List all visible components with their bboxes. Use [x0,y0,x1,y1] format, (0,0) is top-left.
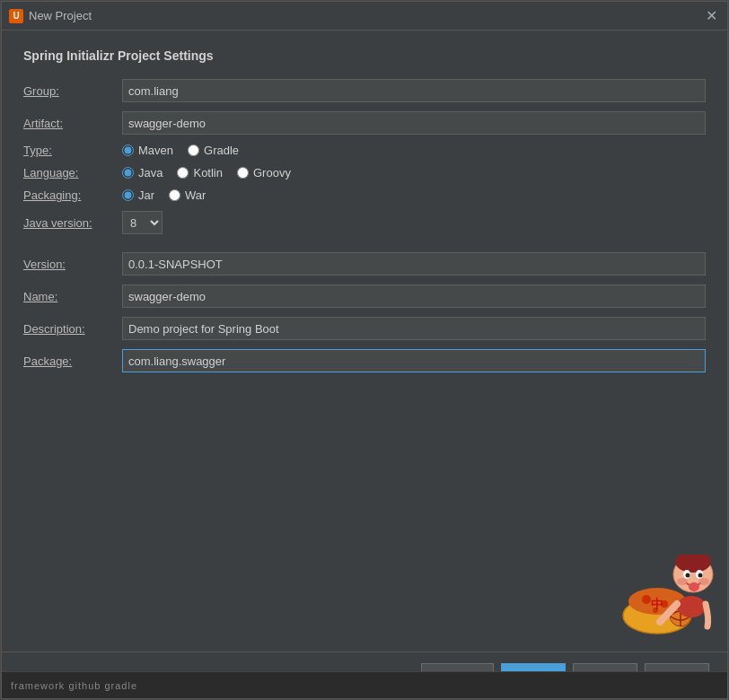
type-maven-label: Maven [138,144,173,157]
close-button[interactable]: ✕ [702,7,720,25]
package-input[interactable] [122,349,706,372]
section-title: Spring Initializr Project Settings [23,48,706,63]
group-row: Group: [23,79,706,102]
language-groovy-option[interactable]: Groovy [237,166,291,179]
svg-point-13 [698,573,703,578]
java-version-row: Java version: 8 11 17 [23,211,706,234]
artifact-label: Artifact: [23,117,122,130]
svg-point-12 [686,573,690,578]
svg-text:中: 中 [651,597,663,611]
description-label: Description: [23,322,122,336]
type-gradle-option[interactable]: Gradle [188,144,239,157]
packaging-war-label: War [185,188,206,202]
svg-point-16 [698,578,709,585]
packaging-radio-group: Jar War [122,188,706,202]
java-version-select[interactable]: 8 11 17 [122,211,162,234]
title-bar-left: U New Project [9,9,92,23]
mascot-svg: 中 [619,555,718,635]
description-row: Description: [23,317,706,340]
artifact-row: Artifact: [23,111,706,135]
artifact-input[interactable] [122,111,706,135]
packaging-jar-option[interactable]: Jar [122,188,154,202]
language-label: Language: [23,166,122,179]
packaging-war-option[interactable]: War [169,188,206,202]
language-radio-group: Java Kotlin Groovy [122,166,706,179]
version-input[interactable] [122,252,706,276]
packaging-jar-label: Jar [138,188,154,202]
language-kotlin-label: Kotlin [193,166,223,179]
package-row: Package: [23,349,706,372]
name-label: Name: [23,290,122,303]
language-groovy-label: Groovy [253,166,291,179]
packaging-row: Packaging: Jar War [23,188,706,202]
title-bar: U New Project ✕ [2,2,727,31]
group-input[interactable] [122,79,706,102]
type-row: Type: Maven Gradle [23,144,706,157]
java-version-label: Java version: [23,216,122,230]
type-gradle-label: Gradle [204,144,239,157]
language-row: Language: Java Kotlin Groovy [23,166,706,179]
version-row: Version: [23,252,706,276]
bottom-bar-text: framework github gradle [11,680,137,691]
type-radio-group: Maven Gradle [122,144,706,157]
description-input[interactable] [122,317,706,340]
svg-point-15 [677,578,688,585]
language-java-label: Java [138,166,162,179]
name-input[interactable] [122,284,706,308]
new-project-dialog: U New Project ✕ Spring Initializr Projec… [1,1,728,699]
bottom-status-bar: framework github gradle [2,671,727,698]
svg-point-17 [677,596,706,617]
version-label: Version: [23,258,122,271]
language-kotlin-option[interactable]: Kotlin [177,166,223,179]
package-label: Package: [23,354,122,368]
language-java-option[interactable]: Java [122,166,162,179]
mascot: 中 [619,555,718,635]
name-row: Name: [23,284,706,308]
type-maven-option[interactable]: Maven [122,144,173,157]
type-label: Type: [23,144,122,157]
dialog-content: Spring Initializr Project Settings Group… [2,31,727,652]
svg-point-14 [689,582,699,591]
packaging-label: Packaging: [23,188,122,202]
svg-point-2 [642,595,651,604]
app-icon: U [9,9,23,23]
window-title: New Project [29,9,92,22]
group-label: Group: [23,84,122,98]
